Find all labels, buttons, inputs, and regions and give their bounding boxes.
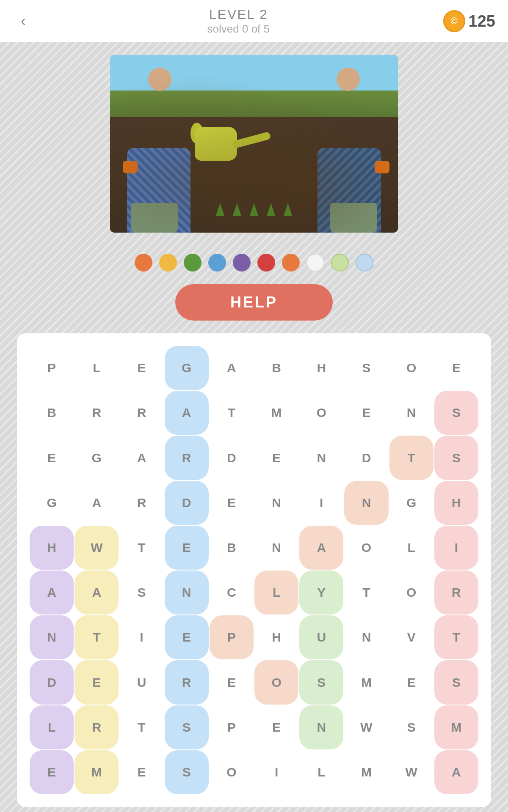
grid-cell-9-9[interactable]: A: [434, 750, 478, 794]
grid-cell-6-6[interactable]: U: [299, 615, 343, 659]
color-dot-2[interactable]: [159, 254, 177, 272]
grid-cell-8-7[interactable]: W: [344, 705, 388, 749]
grid-cell-4-1[interactable]: W: [75, 526, 119, 570]
grid-cell-9-4[interactable]: O: [210, 750, 254, 794]
grid-cell-9-0[interactable]: E: [30, 750, 74, 794]
grid-cell-0-3[interactable]: G: [165, 346, 209, 390]
grid-cell-7-3[interactable]: R: [165, 660, 209, 704]
grid-cell-7-4[interactable]: E: [210, 660, 254, 704]
grid-cell-4-0[interactable]: H: [30, 526, 74, 570]
color-dot-5[interactable]: [233, 254, 251, 272]
grid-cell-9-6[interactable]: L: [299, 750, 343, 794]
grid-cell-6-3[interactable]: E: [165, 615, 209, 659]
grid-cell-7-7[interactable]: M: [344, 660, 388, 704]
grid-cell-0-1[interactable]: L: [75, 346, 119, 390]
grid-cell-2-1[interactable]: G: [75, 436, 119, 480]
grid-cell-5-1[interactable]: A: [75, 571, 119, 614]
grid-cell-8-4[interactable]: P: [210, 705, 254, 749]
grid-cell-2-3[interactable]: R: [165, 436, 209, 480]
grid-cell-3-8[interactable]: G: [389, 481, 433, 525]
grid-cell-8-3[interactable]: S: [165, 705, 209, 749]
grid-cell-1-3[interactable]: A: [165, 391, 209, 435]
grid-cell-0-8[interactable]: O: [389, 346, 433, 390]
grid-cell-3-7[interactable]: N: [344, 481, 388, 525]
grid-cell-8-1[interactable]: R: [75, 705, 119, 749]
grid-cell-0-2[interactable]: E: [119, 346, 163, 390]
grid-cell-4-9[interactable]: I: [434, 526, 478, 570]
grid-cell-6-0[interactable]: N: [30, 615, 74, 659]
grid-cell-5-0[interactable]: A: [30, 571, 74, 614]
grid-cell-1-8[interactable]: N: [389, 391, 433, 435]
grid-cell-6-4[interactable]: P: [210, 615, 254, 659]
color-dot-10[interactable]: [356, 254, 373, 272]
grid-cell-6-8[interactable]: V: [389, 615, 433, 659]
grid-cell-4-5[interactable]: N: [254, 526, 298, 570]
grid-cell-7-1[interactable]: E: [75, 660, 119, 704]
grid-cell-7-6[interactable]: S: [299, 660, 343, 704]
grid-cell-2-8[interactable]: T: [389, 436, 433, 480]
grid-cell-1-7[interactable]: E: [344, 391, 388, 435]
grid-cell-0-6[interactable]: H: [299, 346, 343, 390]
color-dot-3[interactable]: [184, 254, 202, 272]
grid-cell-2-4[interactable]: D: [210, 436, 254, 480]
grid-cell-8-0[interactable]: L: [30, 705, 74, 749]
grid-cell-4-6[interactable]: A: [299, 526, 343, 570]
grid-cell-5-9[interactable]: R: [434, 571, 478, 614]
grid-cell-6-9[interactable]: T: [434, 615, 478, 659]
grid-cell-3-2[interactable]: R: [119, 481, 163, 525]
grid-cell-5-6[interactable]: Y: [299, 571, 343, 614]
grid-cell-1-4[interactable]: T: [210, 391, 254, 435]
grid-cell-3-6[interactable]: I: [299, 481, 343, 525]
back-button[interactable]: ‹: [13, 11, 34, 32]
grid-cell-1-0[interactable]: B: [30, 391, 74, 435]
grid-cell-4-7[interactable]: O: [344, 526, 388, 570]
grid-cell-9-1[interactable]: M: [75, 750, 119, 794]
grid-cell-0-5[interactable]: B: [254, 346, 298, 390]
grid-cell-6-5[interactable]: H: [254, 615, 298, 659]
grid-cell-5-7[interactable]: T: [344, 571, 388, 614]
grid-cell-7-8[interactable]: E: [389, 660, 433, 704]
grid-cell-8-9[interactable]: M: [434, 705, 478, 749]
grid-cell-3-1[interactable]: A: [75, 481, 119, 525]
grid-cell-4-3[interactable]: E: [165, 526, 209, 570]
grid-cell-0-7[interactable]: S: [344, 346, 388, 390]
grid-cell-1-2[interactable]: R: [119, 391, 163, 435]
grid-cell-5-4[interactable]: C: [210, 571, 254, 614]
grid-cell-3-5[interactable]: N: [254, 481, 298, 525]
grid-cell-2-5[interactable]: E: [254, 436, 298, 480]
grid-cell-1-6[interactable]: O: [299, 391, 343, 435]
grid-cell-2-6[interactable]: N: [299, 436, 343, 480]
grid-cell-3-4[interactable]: E: [210, 481, 254, 525]
grid-cell-0-4[interactable]: A: [210, 346, 254, 390]
grid-cell-8-5[interactable]: E: [254, 705, 298, 749]
grid-cell-9-7[interactable]: M: [344, 750, 388, 794]
grid-cell-2-7[interactable]: D: [344, 436, 388, 480]
grid-cell-5-8[interactable]: O: [389, 571, 433, 614]
color-dot-9[interactable]: [331, 254, 349, 272]
color-dot-4[interactable]: [208, 254, 226, 272]
grid-cell-9-8[interactable]: W: [389, 750, 433, 794]
grid-cell-3-3[interactable]: D: [165, 481, 209, 525]
help-button[interactable]: HELP: [175, 284, 333, 321]
grid-cell-4-8[interactable]: L: [389, 526, 433, 570]
grid-cell-9-5[interactable]: I: [254, 750, 298, 794]
grid-cell-2-9[interactable]: S: [434, 436, 478, 480]
grid-cell-7-5[interactable]: O: [254, 660, 298, 704]
grid-cell-8-2[interactable]: T: [119, 705, 163, 749]
color-dot-6[interactable]: [257, 254, 275, 272]
grid-cell-8-8[interactable]: S: [389, 705, 433, 749]
grid-cell-7-2[interactable]: U: [119, 660, 163, 704]
color-dot-7[interactable]: [282, 254, 300, 272]
grid-cell-1-1[interactable]: R: [75, 391, 119, 435]
grid-cell-7-9[interactable]: S: [434, 660, 478, 704]
grid-cell-9-2[interactable]: E: [119, 750, 163, 794]
grid-cell-4-4[interactable]: B: [210, 526, 254, 570]
color-dot-8[interactable]: [306, 254, 324, 272]
grid-cell-9-3[interactable]: S: [165, 750, 209, 794]
grid-cell-0-9[interactable]: E: [434, 346, 478, 390]
color-dot-1[interactable]: [135, 254, 152, 272]
grid-cell-3-9[interactable]: H: [434, 481, 478, 525]
grid-cell-6-2[interactable]: I: [119, 615, 163, 659]
grid-cell-6-1[interactable]: T: [75, 615, 119, 659]
grid-cell-2-2[interactable]: A: [119, 436, 163, 480]
